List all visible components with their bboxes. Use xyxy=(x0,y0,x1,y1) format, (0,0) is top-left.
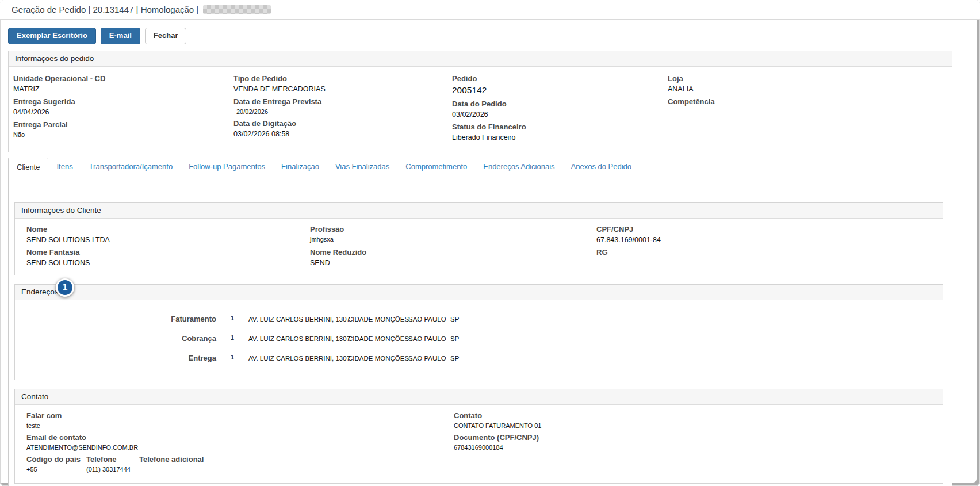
telefone-label: Telefone xyxy=(86,452,135,465)
field-label: Data de Entrega Prevista xyxy=(233,94,452,107)
addresses-body: Faturamento 1 AV. LUIZ CARLOS BERRINI, 1… xyxy=(15,300,943,380)
fechar-button[interactable]: Fechar xyxy=(145,28,187,44)
field-label: Tipo de Pedido xyxy=(233,71,452,84)
field-label: RG xyxy=(596,245,943,258)
field-value: CONTATO FATURAMENTO 01 xyxy=(454,421,943,430)
codigo-pais-value: +55 xyxy=(26,465,82,474)
address-state: SP xyxy=(450,335,473,342)
field-value: jmhgsxa xyxy=(310,235,596,244)
tab-bar: Cliente Itens Transportadora/Içamento Fo… xyxy=(8,158,952,177)
order-info-col-1: Unidade Operacional - CD MATRIZ Entrega … xyxy=(13,71,233,143)
exemplar-escritorio-button[interactable]: Exemplar Escritório xyxy=(8,28,96,44)
field-value: 2005142 xyxy=(452,84,668,97)
address-state: SP xyxy=(450,316,473,323)
address-type: Cobrança xyxy=(15,334,216,343)
tab-follow-up-pagamentos[interactable]: Follow-up Pagamentos xyxy=(181,158,273,177)
field-label: Entrega Sugerida xyxy=(13,94,233,107)
field-documento: Documento (CPF/CNPJ) 67843169000184 xyxy=(454,430,943,452)
field-value: Liberado Financeiro xyxy=(452,132,668,143)
field-label: Entrega Parcial xyxy=(13,117,233,130)
field-loja: Loja ANALIA xyxy=(668,71,952,94)
client-info-header: Informações do Cliente xyxy=(15,203,943,219)
address-row-cobranca: Cobrança 1 AV. LUIZ CARLOS BERRINI, 1307… xyxy=(15,329,943,349)
field-value: SEND SOLUTIONS LTDA xyxy=(26,235,310,245)
field-entrega-sugerida: Entrega Sugerida 04/04/2026 xyxy=(13,94,233,117)
address-street: AV. LUIZ CARLOS BERRINI, 1307 xyxy=(248,335,343,342)
tab-enderecos-adicionais[interactable]: Endereços Adicionais xyxy=(475,158,562,177)
address-city: SAO PAULO xyxy=(408,355,446,362)
field-pedido: Pedido 2005142 xyxy=(452,71,668,97)
field-value: ATENDIMENTO@SENDINFO.COM.BR xyxy=(26,443,454,452)
field-value: 20/02/2026 xyxy=(233,107,452,116)
tab-comprometimento[interactable]: Comprometimento xyxy=(397,158,475,177)
field-rg: RG xyxy=(596,245,943,268)
field-label: Unidade Operacional - CD xyxy=(13,71,233,84)
address-city: SAO PAULO xyxy=(408,335,446,342)
codigo-pais-label: Código do país xyxy=(26,452,82,465)
titlebar: Geração de Pedido | 20.131447 | Homologa… xyxy=(0,0,980,20)
field-data-entrega-prevista: Data de Entrega Prevista 20/02/2026 xyxy=(233,94,452,116)
field-label: CPF/CNPJ xyxy=(596,222,943,235)
address-seq: 1 xyxy=(221,315,244,322)
telefone-adicional-value xyxy=(139,465,454,474)
field-unidade-operacional: Unidade Operacional - CD MATRIZ xyxy=(13,71,233,94)
field-nome-reduzido: Nome Reduzido SEND xyxy=(310,245,596,268)
field-label: Falar com xyxy=(26,408,454,421)
address-district: CIDADE MONÇÕES xyxy=(348,316,404,323)
field-contato: Contato CONTATO FATURAMENTO 01 xyxy=(454,408,943,430)
field-label: Nome Reduzido xyxy=(310,245,596,258)
field-label: Loja xyxy=(668,71,952,84)
field-falar-com: Falar com teste xyxy=(26,408,454,430)
order-generation-window: Geração de Pedido | 20.131447 | Homologa… xyxy=(0,0,980,486)
address-city: SAO PAULO xyxy=(408,316,446,323)
tab-finalizacao[interactable]: Finalização xyxy=(273,158,327,177)
field-label: Competência xyxy=(668,94,952,107)
tab-anexos-pedido[interactable]: Anexos do Pedido xyxy=(563,158,640,177)
telefone-adicional-label: Telefone adicional xyxy=(139,452,454,465)
address-street: AV. LUIZ CARLOS BERRINI, 1307 xyxy=(248,355,343,362)
field-value: Não xyxy=(13,130,233,139)
client-info-body: Nome SEND SOLUTIONS LTDA Profissão jmhgs… xyxy=(15,219,943,275)
address-district: CIDADE MONÇÕES xyxy=(348,335,404,342)
contact-section: Contato Falar com teste Email de contato… xyxy=(14,389,943,484)
field-value xyxy=(596,258,943,267)
contact-header: Contato xyxy=(15,389,943,405)
field-label: Data do Pedido xyxy=(452,97,668,109)
address-type: Entrega xyxy=(15,354,216,362)
field-nome-fantasia: Nome Fantasia SEND SOLUTIONS xyxy=(26,245,310,268)
field-email-contato: Email de contato ATENDIMENTO@SENDINFO.CO… xyxy=(26,430,454,452)
field-label: Nome Fantasia xyxy=(26,245,310,258)
field-value: 03/02/2026 08:58 xyxy=(233,129,452,139)
order-info-col-3: Pedido 2005142 Data do Pedido 03/02/2026… xyxy=(452,71,668,143)
phone-fields: Código do país Telefone Telefone adicion… xyxy=(26,452,454,474)
field-data-pedido: Data do Pedido 03/02/2026 xyxy=(452,97,668,120)
addresses-section: 1 Endereços Faturamento 1 AV. LUIZ CARLO… xyxy=(14,284,943,380)
field-value: SEND xyxy=(310,258,596,268)
address-seq: 1 xyxy=(221,334,244,341)
order-info-col-2: Tipo de Pedido VENDA DE MERCADORIAS Data… xyxy=(233,71,452,143)
field-label: Documento (CPF/CNPJ) xyxy=(454,430,943,443)
tab-transportadora-icamento[interactable]: Transportadora/Içamento xyxy=(81,158,181,177)
field-nome: Nome SEND SOLUTIONS LTDA xyxy=(26,222,310,245)
field-value xyxy=(668,107,952,116)
contact-right-column: Contato CONTATO FATURAMENTO 01 Documento… xyxy=(454,408,943,474)
field-tipo-pedido: Tipo de Pedido VENDA DE MERCADORIAS xyxy=(233,71,452,94)
addresses-header: Endereços xyxy=(15,285,943,300)
email-button[interactable]: E-mail xyxy=(101,28,140,44)
redacted-text xyxy=(203,5,271,14)
telefone-value: (011) 30317444 xyxy=(86,465,135,474)
field-value: MATRIZ xyxy=(13,84,233,94)
field-value: 67.843.169/0001-84 xyxy=(596,235,943,245)
toolbar: Exemplar Escritório E-mail Fechar xyxy=(0,20,980,51)
field-status-financeiro: Status do Financeiro Liberado Financeiro xyxy=(452,120,668,143)
tab-vias-finalizadas[interactable]: Vias Finalizadas xyxy=(327,158,397,177)
cliente-tab-content: Informações do Cliente Nome SEND SOLUTIO… xyxy=(8,177,952,486)
field-label: Nome xyxy=(26,222,310,235)
field-label: Email de contato xyxy=(26,430,454,443)
tab-cliente[interactable]: Cliente xyxy=(8,158,48,177)
address-street: AV. LUIZ CARLOS BERRINI, 1307 xyxy=(248,316,343,323)
tab-itens[interactable]: Itens xyxy=(48,158,81,177)
address-row-entrega: Entrega 1 AV. LUIZ CARLOS BERRINI, 1307 … xyxy=(15,349,943,368)
client-info-section: Informações do Cliente Nome SEND SOLUTIO… xyxy=(14,202,943,275)
field-label: Profissão xyxy=(310,222,596,235)
